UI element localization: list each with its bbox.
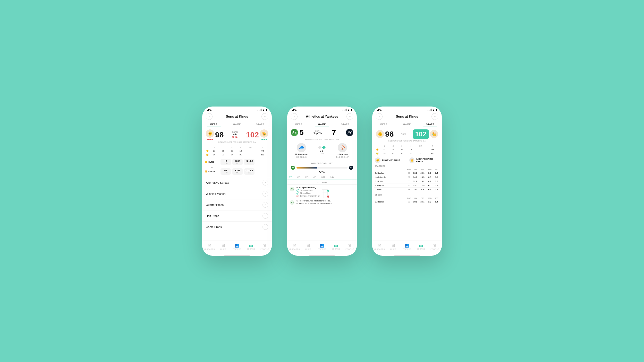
- prop-label-quarter-props: Quarter Props: [206, 203, 224, 206]
- tab-bets-2[interactable]: BETS: [287, 121, 310, 127]
- nav-profile-1[interactable]: ♛ PROFILE: [258, 243, 272, 250]
- tab-game-1[interactable]: GAME: [225, 121, 249, 127]
- scores-icon-3: 28: [419, 243, 423, 248]
- col-ast-header-3: AST: [433, 168, 440, 171]
- odds-row-team1-1: 🌞 SUNS +8 -110 +395 ML o211.5 -110: [205, 159, 269, 165]
- scores-badge-1: 28: [249, 245, 253, 247]
- nav-profile-2[interactable]: ♛ PROFILE: [343, 243, 357, 250]
- winner-score-3: 102: [415, 130, 426, 138]
- team1-logo-1: 🌞: [206, 129, 214, 138]
- ou-main-t1-1: o211.5: [246, 160, 253, 162]
- back-button-3[interactable]: ‹: [376, 113, 383, 120]
- nav-lines-3[interactable]: ⊞ LINES: [386, 243, 400, 250]
- prop-arrow-alt-spread: ›: [262, 180, 268, 186]
- nav-lines-2[interactable]: ⊞ LINES: [301, 243, 315, 250]
- tab-game-3[interactable]: GAME: [395, 121, 419, 127]
- ou-box-t1-1[interactable]: o211.5 -110: [244, 159, 255, 165]
- nav-scores-3[interactable]: 28 SCORES: [414, 243, 428, 250]
- friends-label-2: FRIENDS: [318, 248, 326, 250]
- ml-main-t2-1: +395: [234, 169, 241, 172]
- home-indicator-3: [394, 255, 420, 256]
- scores-label-2: SCORES: [332, 248, 340, 250]
- nav-messages-2[interactable]: ✉ MESSAGES: [287, 243, 301, 250]
- team-header-suns-3: 🌞 PHOENIX SUNS: [375, 157, 405, 163]
- play-log-2: A's M. Chapman batting 1 94mph Fastball …: [287, 185, 357, 241]
- bench-row-booker: D. Booker SG 38.1 26.1 3.9 6.4: [374, 200, 440, 204]
- team2-icon-row-1: 👑: [205, 153, 210, 157]
- spread-box-t1-1[interactable]: +8 -110: [221, 159, 231, 165]
- inning-5th[interactable]: 5TH: [303, 175, 311, 180]
- ml-box-t2-1[interactable]: +395 ML: [232, 168, 243, 175]
- menu-button-1[interactable]: ≡: [261, 113, 268, 120]
- at-label-1: AT: [205, 166, 219, 168]
- zone-strike-indicator-1: 1: [327, 196, 329, 198]
- wifi-icon-1: ▲: [262, 109, 265, 111]
- nav-friends-1[interactable]: 👥 FRIENDS: [230, 243, 244, 250]
- prop-label-game-props: Game Props: [206, 225, 222, 228]
- menu-button-3[interactable]: ≡: [431, 113, 438, 120]
- diamond-display-2: [318, 146, 325, 149]
- kings-logo-3: 👑: [409, 157, 414, 163]
- quarter-label-1: 4th: [225, 133, 245, 136]
- prop-quarter-props-1[interactable]: Quarter Props ›: [202, 199, 272, 210]
- status-icons-1: ▲ ▮: [258, 109, 267, 111]
- player-row-oubre: K. Oubre Jr. SF 34.0 18.3 6.3 1.6: [374, 175, 440, 179]
- prop-winning-margin-1[interactable]: Winning Margin ›: [202, 188, 272, 199]
- player-row-booker: D. Booker SG 38.1 26.1 3.9 6.4: [374, 171, 440, 175]
- back-button-1[interactable]: ‹: [206, 113, 213, 120]
- bench-col-pos-3: POS: [406, 197, 412, 200]
- nav-friends-2[interactable]: 👥 FRIENDS: [315, 243, 329, 250]
- wp-oakland-icon-2: A's: [291, 166, 295, 170]
- win-prob-section-2: WIN PROBABILITY A's NY 59%: [287, 160, 357, 175]
- wp-yankees-icon-2: NY: [349, 166, 353, 170]
- nav-profile-3[interactable]: ♛ PROFILE: [428, 243, 442, 250]
- prop-half-props-1[interactable]: Half Props ›: [202, 210, 272, 221]
- ou-box-t2-1[interactable]: o211.5 -110: [244, 168, 255, 175]
- back-button-2[interactable]: ‹: [291, 113, 298, 120]
- tabs-2: BETS GAME STATS: [287, 121, 357, 127]
- tab-bets-3[interactable]: BETS: [372, 121, 395, 127]
- inning-7th[interactable]: 7TH: [287, 175, 295, 180]
- lines-icon-2: ⊞: [307, 243, 310, 248]
- tab-stats-1[interactable]: STATS: [249, 121, 272, 127]
- prop-label-alt-spread: Alternative Spread: [206, 181, 229, 184]
- tab-stats-2[interactable]: STATS: [334, 121, 357, 127]
- lines-icon-1: ⊞: [222, 243, 225, 248]
- phones-container: 9:41 ▲ ▮ ‹ Suns at Kings ≡ BET: [202, 107, 442, 256]
- odds-row-team2-1: 👑 KINGS +8 -110 +395 ML o211.5 -110: [205, 168, 269, 175]
- friends-label-1: FRIENDS: [233, 248, 241, 250]
- col-min-header-3: MIN: [412, 168, 419, 171]
- nav-lines-1[interactable]: ⊞ LINES: [216, 243, 230, 250]
- phone-notch-1: [224, 107, 250, 112]
- team-header-kings-3: 👑 SACRAMENTO KINGS: [409, 157, 439, 163]
- tabs-3: BETS GAME STATS: [372, 121, 442, 127]
- inning-2nd[interactable]: 2ND: [328, 175, 336, 180]
- prop-arrow-quarter-props: ›: [262, 202, 268, 208]
- batter-avatar-2: 🧢: [297, 143, 306, 152]
- inning-4th[interactable]: 4TH: [311, 175, 319, 180]
- phone-header-3: ‹ Suns at Kings ≡: [372, 112, 442, 121]
- tab-stats-3[interactable]: STATS: [419, 121, 442, 127]
- messages-label-2: MESSAGES: [289, 248, 300, 250]
- nav-messages-1[interactable]: ✉ MESSAGES: [202, 243, 216, 250]
- prop-alt-spread-1[interactable]: Alternative Spread ›: [202, 177, 272, 188]
- col-pos-header-3: POS: [406, 168, 412, 171]
- prop-game-props-1[interactable]: Game Props ›: [202, 221, 272, 232]
- tab-bets-1[interactable]: BETS: [202, 121, 225, 127]
- inning-3rd[interactable]: 3RD: [319, 175, 328, 180]
- play-content-2-2: S. Piscotty grounds into fielder's choic…: [296, 200, 354, 205]
- nav-scores-2[interactable]: 28 SCORES: [329, 243, 343, 250]
- player-row-saric: D Saric PF 25.0 9.8 6.2 1.9: [374, 187, 440, 191]
- pitch-indicator-1-2: 1: [296, 189, 299, 192]
- nav-friends-3[interactable]: 👥 FRIENDS: [400, 243, 414, 250]
- phone-content-2: A's 5 ESPN Top 7th 7 NY YANKEE STADIUM |…: [287, 127, 357, 241]
- spread-box-t2-1[interactable]: +8 -110: [221, 168, 231, 175]
- score-row-1: 🌞 98 ESPN 4th 3:14 102: [206, 129, 268, 140]
- inning-6th[interactable]: 6TH: [295, 175, 303, 180]
- menu-button-2[interactable]: ≡: [346, 113, 353, 120]
- nav-scores-1[interactable]: 28 SCORES: [244, 243, 258, 250]
- ml-box-t1-1[interactable]: +395 ML: [232, 159, 243, 165]
- wifi-icon-2: ▲: [348, 109, 350, 111]
- nav-messages-3[interactable]: ✉ MESSAGES: [372, 243, 386, 250]
- tab-game-2[interactable]: GAME: [310, 121, 334, 127]
